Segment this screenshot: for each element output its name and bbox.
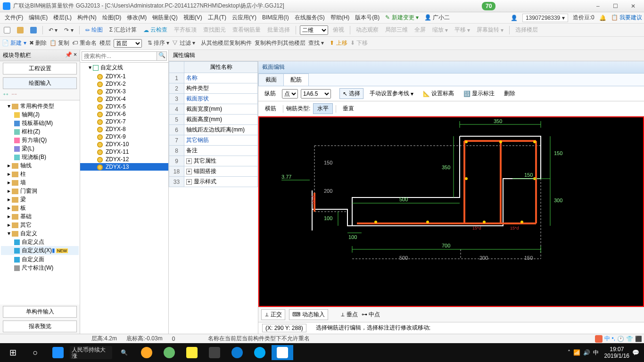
tool-new-icon[interactable] (2, 26, 12, 34)
nav-single-button[interactable]: 单构件输入 (3, 306, 77, 318)
tb-del[interactable]: ✖ 删除 (29, 39, 47, 47)
list-item[interactable]: ZDYX-7 (80, 118, 168, 125)
score-badge[interactable]: 70 (482, 2, 495, 10)
menu-online[interactable]: 在线服务(S) (292, 13, 328, 23)
tray-clock-icon[interactable]: 🕐 (617, 336, 624, 342)
menu-cloud[interactable]: 云应用(Y) (229, 13, 259, 23)
tool-undo-icon[interactable]: ↶ ▾ (47, 26, 59, 34)
taskbar-app2[interactable] (158, 345, 180, 360)
tree-axis[interactable]: 轴网(J) (1, 110, 79, 119)
tree-custompoint[interactable]: 自定义点 (1, 238, 79, 246)
tool-cloud[interactable]: ☁ 云检查 (141, 25, 169, 35)
nav-expand-icon[interactable]: ⁺⁺ (3, 92, 8, 99)
tool-batch[interactable]: 批量选择 (265, 25, 292, 35)
et-zong[interactable]: 纵筋 (261, 88, 279, 99)
tool-rot[interactable]: 屏幕旋转 ▾ (475, 25, 505, 35)
tb-sort[interactable]: ⇅ 排序 ▾ (148, 39, 170, 47)
nav-engineering-button[interactable]: 工程设置 (3, 63, 77, 74)
drawing-canvas[interactable]: 350 150 150 300 350 500 100 100 (258, 116, 644, 307)
tray-ext1-icon[interactable]: 👕 (626, 336, 633, 342)
list-item[interactable]: ZDYX-12 (80, 156, 168, 163)
tool-draw[interactable]: ✏ 绘图 (83, 25, 105, 35)
tree-custom[interactable]: ▾ 自定义 (1, 229, 79, 238)
menu-edit[interactable]: 编辑(E) (26, 13, 50, 23)
tool-flat[interactable]: 平齐板顶 (172, 25, 198, 35)
taskbar-app4[interactable] (249, 345, 271, 360)
table-row[interactable]: 6轴线距左边线距离(mm) (169, 125, 258, 135)
taskbar-ie[interactable] (47, 345, 69, 360)
search-input[interactable] (82, 51, 157, 61)
et-dian-select[interactable]: 点 (282, 89, 298, 99)
tb-down[interactable]: ⬇ 下移 (350, 39, 368, 47)
tree-raft[interactable]: 筏板基础(M) (1, 119, 79, 127)
tb-filter[interactable]: ▽ 过滤 ▾ (172, 39, 195, 47)
tb-copy[interactable]: 📋 复制 (50, 39, 69, 47)
table-row[interactable]: 7其它钢筋 (169, 135, 258, 146)
tray-ime-icon[interactable]: 中 •, (604, 335, 615, 343)
tb-find[interactable]: 查找 ▾ (308, 39, 324, 47)
list-item[interactable]: ZDYX-9 (80, 133, 168, 140)
tool-save-icon[interactable] (28, 26, 39, 34)
tool-full[interactable]: 全屏 (413, 25, 428, 35)
tool-viewfind[interactable]: 查找图元 (201, 25, 228, 35)
tool-2d-select[interactable]: 二维 (300, 25, 328, 35)
taskbar-app1[interactable] (136, 345, 157, 360)
tray-ime[interactable]: 中 (593, 349, 599, 357)
cortana-button[interactable]: ○ (25, 345, 46, 360)
list-item[interactable]: ZDYX-2 (80, 80, 168, 88)
list-item[interactable]: ZDYX-13 (80, 163, 168, 171)
table-row[interactable]: 5截面高度(mm) (169, 115, 258, 125)
nav-report-button[interactable]: 报表预览 (3, 321, 77, 332)
table-row[interactable]: 8备注 (169, 146, 258, 156)
tool-dyn[interactable]: 动态观察 (354, 25, 380, 35)
tree-foundation[interactable]: ▸ 基础 (1, 212, 79, 221)
tab-section[interactable]: 截面 (258, 74, 284, 86)
list-item[interactable]: ZDYX-6 (80, 110, 168, 118)
tray-ext2-icon[interactable]: ⬛ (635, 336, 642, 342)
list-item[interactable]: ZDYX-1 (80, 73, 168, 80)
tool-zoom[interactable]: 缩放 ▾ (430, 25, 450, 35)
tray-notif-icon[interactable]: 💬 (632, 349, 639, 356)
tool-local3d[interactable]: 局部三维 (383, 25, 410, 35)
bb-dyn[interactable]: ⌨ 动态输入 (289, 309, 328, 320)
tab-rebar[interactable]: 配筋 (283, 74, 309, 86)
taskbar-app3[interactable] (181, 345, 203, 360)
tb-new[interactable]: 📄 新建 ▾ (2, 39, 26, 47)
table-row[interactable]: 4截面宽度(mm) (169, 104, 258, 115)
tree-dimension[interactable]: 尺寸标注(W) (1, 263, 79, 272)
tree-framecol[interactable]: 框柱(Z) (1, 127, 79, 136)
menu-modify[interactable]: 修改(M) (124, 13, 149, 23)
et-origin[interactable]: 📐 设置标高 (420, 88, 457, 99)
tray-net-icon[interactable]: 📶 (573, 349, 580, 356)
menu-tools[interactable]: 工具(T) (205, 13, 229, 23)
bell-icon[interactable]: 🔔 (599, 15, 606, 21)
phone-field[interactable]: 13907298339 ▾ (522, 14, 568, 22)
suggest-button[interactable]: 📋 我要建议 (611, 14, 642, 22)
tb-floor[interactable]: 楼层 (99, 39, 111, 47)
tb-rename[interactable]: 🏷 重命名 (72, 39, 96, 47)
comp-group[interactable]: ▾ 自定义线 (80, 63, 168, 73)
tree-other[interactable]: ▸ 其它 (1, 221, 79, 229)
tree-column[interactable]: ▸ 柱 (1, 170, 79, 178)
st-chui[interactable]: 垂直 (339, 104, 358, 114)
st-heng[interactable]: 横筋 (261, 104, 280, 114)
pin-icon[interactable]: 📌 × (65, 51, 77, 59)
tree-slab[interactable]: 现浇板(B) (1, 153, 79, 161)
tool-viewsteel[interactable]: 查看钢筋量 (231, 25, 263, 35)
menu-bim[interactable]: BIM应用(I) (259, 13, 292, 23)
taskbar-mail[interactable] (204, 345, 225, 360)
tray-sogou-icon[interactable] (595, 335, 603, 343)
menu-rebar[interactable]: 钢筋量(Q) (149, 13, 180, 23)
tb-copyto[interactable]: 复制构件到其他楼层 (255, 39, 305, 47)
bb-mid[interactable]: ⊶ 中点 (362, 311, 380, 319)
list-item[interactable]: ZDYX-4 (80, 95, 168, 103)
list-item[interactable]: ZDYX-11 (80, 148, 168, 156)
tb-copyfrom[interactable]: 从其他楼层复制构件 (201, 39, 252, 47)
table-row[interactable]: 9其它属性 (169, 156, 258, 166)
tray-up-icon[interactable]: ˄ (568, 349, 570, 356)
et-show[interactable]: 🔢 显示标注 (460, 88, 498, 99)
tb-up[interactable]: ⬆ 上移 (330, 39, 347, 47)
tree-customface[interactable]: 自定义面 (1, 255, 79, 263)
nav-drawinput-button[interactable]: 绘图输入 (3, 77, 77, 89)
tree-shearwall[interactable]: 剪力墙(Q) (1, 136, 79, 144)
